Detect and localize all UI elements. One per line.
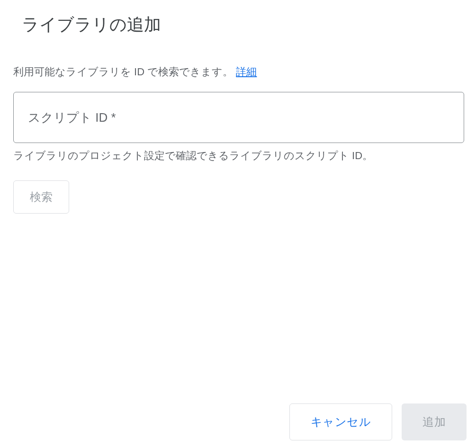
dialog-title: ライブラリの追加 [22,13,467,36]
search-button[interactable]: 検索 [13,180,69,214]
script-id-helper-text: ライブラリのプロジェクト設定で確認できるライブラリのスクリプト ID。 [13,149,467,163]
cancel-button[interactable]: キャンセル [289,403,393,440]
description-text: 利用可能なライブラリを ID で検索できます。 [13,66,233,78]
dialog-footer: キャンセル 追加 [289,403,467,440]
details-link[interactable]: 詳細 [236,66,257,78]
dialog-description: 利用可能なライブラリを ID で検索できます。 詳細 [13,64,467,80]
script-id-input[interactable]: スクリプト ID * [13,92,464,143]
add-button[interactable]: 追加 [402,403,467,440]
script-id-placeholder: スクリプト ID * [28,109,116,126]
